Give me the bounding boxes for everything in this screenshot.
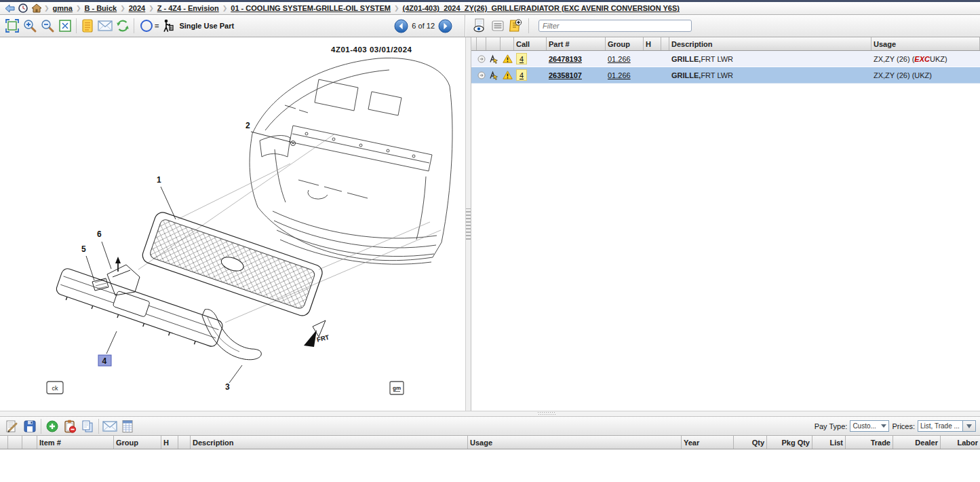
invoice-button[interactable] (119, 418, 136, 435)
call-number[interactable]: 4 (516, 53, 527, 64)
prices-dropdown-button[interactable] (962, 420, 976, 432)
expand-row-icon[interactable] (477, 67, 486, 83)
svg-text:5: 5 (81, 244, 86, 254)
breadcrumb-item-section[interactable]: 01 - COOLING SYSTEM-GRILLE-OIL SYSTEM (231, 4, 391, 12)
email-button[interactable] (96, 17, 114, 35)
part-number-link[interactable]: 26358107 (549, 71, 582, 79)
diagram-toolbar: = Single Use Part 6 of 12 (0, 15, 465, 37)
header-spacer (501, 37, 514, 50)
zoom-out-button[interactable] (39, 17, 56, 35)
group-link[interactable]: 01.266 (608, 71, 631, 79)
part-description: GRILLE, FRT LWR (669, 51, 871, 67)
pricing-controls: Pay Type: Custo... Prices: List, Trade .… (815, 420, 980, 432)
zoom-in-button[interactable] (21, 17, 39, 35)
header-spacer (22, 436, 37, 449)
view-details-button[interactable] (471, 17, 489, 35)
hotspot-link-icon[interactable] (486, 67, 501, 83)
single-use-part-label: Single Use Part (179, 22, 234, 30)
list-view-button[interactable] (489, 17, 507, 35)
prices-label: Prices: (892, 422, 915, 430)
breadcrumb-item-make[interactable]: B - Buick (84, 4, 117, 12)
parts-row[interactable]: 4 26478193 01.266 GRILLE, FRT LWR ZX,ZY … (471, 51, 980, 67)
parts-table-header: Call Part # Group H Description Usage (471, 37, 980, 51)
history-icon[interactable] (16, 3, 30, 14)
breadcrumb-item-gmna[interactable]: gmna (53, 4, 73, 12)
parts-row-selected[interactable]: 4 26358107 01.266 GRILLE, FRT LWR ZX,ZY … (471, 67, 980, 84)
part-usage: ZX,ZY (26) (EXC UKZ) (871, 51, 980, 67)
header-dealer: Dealer (893, 436, 941, 449)
page-indicator: 6 of 12 (412, 22, 435, 30)
edit-list-button[interactable] (3, 418, 21, 435)
prices-combobox[interactable]: List, Trade ... (918, 420, 962, 432)
diagram-callout-1[interactable]: 1 (157, 175, 176, 219)
parts-diagram: 4Z01-403 03/01/2024 (0, 37, 465, 411)
part-number-link[interactable]: 26478193 (549, 55, 582, 63)
single-use-legend-circle-icon (140, 20, 153, 32)
parts-list-panel: Call Part # Group H Description Usage (471, 37, 980, 411)
fit-page-button[interactable] (56, 17, 74, 35)
remove-item-button[interactable] (61, 418, 79, 435)
breadcrumb-item-figure[interactable]: (4Z01-403)_2024_ZY(26)_GRILLE/RADIATOR (… (403, 4, 680, 12)
breadcrumb-item-model[interactable]: Z - 4Z4 - Envision (157, 4, 219, 12)
header-spacer (477, 37, 486, 50)
warning-icon[interactable] (501, 67, 514, 83)
horizontal-splitter[interactable] (0, 411, 980, 417)
call-number[interactable]: 4 (516, 69, 527, 81)
zoom-region-button[interactable] (3, 17, 21, 35)
header-usage: Usage (468, 436, 682, 449)
header-spacer (471, 37, 477, 50)
vertical-splitter[interactable] (465, 37, 471, 411)
breadcrumb-separator-icon: ❯ (222, 5, 228, 12)
header-spacer (661, 37, 669, 50)
header-h: H (644, 37, 661, 50)
save-button[interactable] (21, 418, 39, 435)
header-pkg-qty: Pkg Qty (767, 436, 812, 449)
diagram-callout-2[interactable]: 2 (246, 121, 296, 146)
frt-direction-indicator: FRT (304, 320, 330, 347)
header-spacer (8, 436, 22, 449)
header-group: Group (606, 37, 644, 50)
header-usage: Usage (871, 37, 980, 50)
diagram-callout-4-selected[interactable]: 4 (98, 331, 117, 366)
epc-application: ❯ gmna ❯ B - Buick ❯ 2024 ❯ Z - 4Z4 - En… (0, 0, 980, 482)
next-page-button[interactable] (438, 19, 452, 33)
single-use-legend-equals: = (155, 22, 159, 30)
refresh-button[interactable] (114, 17, 132, 35)
add-item-button[interactable] (43, 418, 61, 435)
svg-text:2: 2 (246, 121, 250, 130)
breadcrumb-separator-icon: ❯ (120, 5, 125, 12)
picklist-table-header: Item # Group H Description Usage Year Qt… (0, 436, 980, 449)
breadcrumb-separator-icon: ❯ (149, 5, 154, 12)
chevron-down-icon (881, 424, 886, 428)
group-link[interactable]: 01.266 (608, 55, 631, 63)
back-button[interactable] (3, 3, 16, 14)
expand-row-icon[interactable] (477, 51, 486, 67)
diagram-callout-3[interactable]: 3 (225, 365, 242, 392)
picklist-toolbar: Pay Type: Custo... Prices: List, Trade .… (0, 417, 980, 436)
header-description: Description (669, 37, 871, 50)
svg-text:1: 1 (157, 175, 161, 185)
add-note-button[interactable] (507, 17, 524, 35)
header-part: Part # (547, 37, 606, 50)
home-button[interactable] (30, 3, 43, 14)
notes-button[interactable] (79, 17, 96, 35)
emblem-part-drawing (92, 278, 109, 291)
pay-type-select[interactable]: Custo... (850, 420, 889, 432)
filter-input[interactable] (538, 20, 692, 32)
diagram-sheet-title: 4Z01-403 03/01/2024 (331, 45, 412, 54)
header-call: Call (514, 37, 547, 50)
copy-button[interactable] (79, 418, 96, 435)
email-quote-button[interactable] (101, 418, 119, 435)
vehicle-front-sketch (250, 58, 452, 264)
grille-part-drawing (140, 210, 324, 318)
diagram-callout-6[interactable]: 6 (97, 229, 111, 269)
warning-icon[interactable] (501, 51, 514, 67)
header-labor: Labor (941, 436, 980, 449)
breadcrumb-separator-icon: ❯ (76, 5, 81, 12)
pay-type-label: Pay Type: (815, 422, 848, 430)
picklist-table-body (0, 449, 980, 482)
prev-page-button[interactable] (394, 19, 408, 33)
breadcrumb-item-year[interactable]: 2024 (129, 4, 145, 12)
svg-text:ck: ck (52, 385, 59, 392)
hotspot-link-icon[interactable] (486, 51, 501, 67)
